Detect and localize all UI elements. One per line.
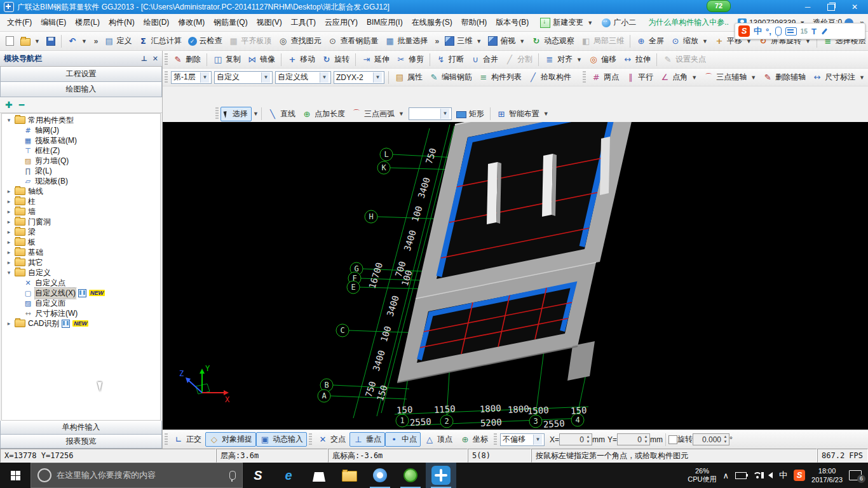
tree-item-17[interactable]: ✕自定义点 [2, 278, 160, 288]
expand-all-icon[interactable]: ✚ [5, 100, 13, 110]
close-panel-icon[interactable]: ✕ [153, 55, 158, 63]
project-settings-button[interactable]: 工程设置 [0, 67, 162, 82]
tree-item-2[interactable]: #轴网(J) [2, 125, 160, 135]
tree-item-9[interactable]: ▸柱 [2, 196, 160, 207]
tree-expand-icon[interactable]: ▸ [6, 208, 12, 215]
new-change-button[interactable]: 新建变更▼ [537, 16, 596, 29]
drawing-input-button[interactable]: 绘图输入 [0, 82, 162, 97]
find-element-button[interactable]: ◎查找图元 [275, 34, 325, 48]
vertex-snap-toggle[interactable]: △顶点 [421, 432, 456, 447]
battery-icon[interactable] [735, 472, 747, 479]
select-tool-button[interactable]: 选择 [220, 107, 252, 121]
ime-mode-chinese[interactable]: 中 [754, 25, 762, 37]
rectangle-tool-button[interactable]: 矩形 [453, 107, 487, 121]
start-button[interactable] [0, 463, 31, 488]
tree-item-5[interactable]: ▨剪力墙(Q) [2, 156, 160, 166]
assistant-button[interactable]: 广小二 [599, 16, 639, 29]
orbit-button[interactable]: ↻动态观察 [528, 34, 578, 48]
align-button[interactable]: ≣对齐▼ [541, 53, 585, 66]
batch-select-button[interactable]: ▦批量选择 [382, 34, 431, 48]
component-name-select[interactable]: ZDYX-2▼ [334, 71, 384, 84]
toolbar-grip[interactable] [494, 433, 497, 446]
define-button[interactable]: ▤定义 [101, 34, 135, 48]
tree-expand-icon[interactable]: ▸ [6, 229, 12, 235]
tree-item-4[interactable]: ⊤框柱(Z) [2, 146, 160, 156]
aux-axis-angle-button[interactable]: ∠点角▼ [656, 71, 700, 84]
save-button[interactable] [43, 36, 58, 47]
edit-rebar-button[interactable]: ✎编辑钢筋 [426, 71, 475, 84]
tree-item-15[interactable]: ▸其它 [2, 257, 160, 268]
single-component-input-button[interactable]: 单构件输入 [0, 421, 162, 435]
menu-item-14[interactable]: 版本号(B) [491, 15, 533, 30]
point-length-tool-button[interactable]: ⊕点加长度 [299, 107, 348, 121]
rotate-button[interactable]: ↻旋转 [318, 53, 353, 66]
menu-item-6[interactable]: 修改(M) [173, 15, 209, 30]
sogou-tray-icon[interactable]: S [794, 470, 805, 481]
tree-expand-icon[interactable]: ▸ [6, 198, 12, 205]
midpoint-snap-toggle[interactable]: •中点 [385, 432, 421, 447]
tray-expand-chevron[interactable]: ∧ [723, 471, 729, 480]
aux-axis-2pt-button[interactable]: #两点 [588, 71, 622, 84]
delete-button[interactable]: ✎删除 [170, 53, 204, 66]
view-top-button[interactable]: 俯视▼ [485, 34, 528, 48]
taskbar-search-box[interactable]: 在这里输入你要搜索的内容 [31, 463, 243, 488]
undo-button[interactable]: ↶▼ [64, 35, 90, 47]
menu-item-13[interactable]: 帮助(H) [457, 15, 492, 30]
microphone-icon[interactable] [775, 27, 782, 36]
tree-item-12[interactable]: ▸梁 [2, 227, 160, 237]
menu-item-4[interactable]: 构件(N) [104, 15, 139, 30]
fullscreen-button[interactable]: ⊕全屏 [633, 34, 667, 48]
chevron-down-icon[interactable]: ▼ [253, 111, 259, 117]
line-tool-button[interactable]: ╲直线 [264, 107, 299, 121]
extend-button[interactable]: ⇥延伸 [358, 53, 393, 66]
tree-item-13[interactable]: ▸板 [2, 237, 160, 247]
ortho-toggle[interactable]: ∟正交 [170, 432, 205, 447]
cloud-check-button[interactable]: ✓云检查 [185, 34, 226, 48]
sogou-logo-icon[interactable]: S [738, 25, 750, 37]
tree-item-3[interactable]: ▦筏板基础(M) [2, 135, 160, 146]
tree-item-8[interactable]: ▸轴线 [2, 186, 160, 196]
tree-item-6[interactable]: ∏梁(L) [2, 166, 160, 176]
pin-icon[interactable]: ⊥ [141, 55, 147, 63]
stretch-button[interactable]: ↔拉伸 [620, 53, 654, 66]
x-input[interactable]: 0▲▼ [559, 433, 592, 445]
tree-collapse-icon[interactable]: ▾ [6, 269, 12, 276]
collapse-all-icon[interactable]: ━ [19, 100, 24, 110]
green-notification-badge[interactable]: 72 [707, 0, 731, 12]
intersection-snap-toggle[interactable]: ✕交点 [314, 432, 349, 447]
speaker-icon[interactable] [768, 472, 773, 478]
merge-button[interactable]: ∪合并 [467, 53, 501, 66]
menu-item-9[interactable]: 工具(T) [287, 15, 320, 30]
tree-item-18[interactable]: ▢自定义线(X)NEW [2, 288, 160, 298]
person-badge-icon[interactable]: 15 [801, 28, 808, 35]
close-button[interactable]: ✕ [850, 3, 859, 11]
pick-component-button[interactable]: ╱拾取构件 [525, 71, 574, 84]
tree-collapse-icon[interactable]: ▾ [6, 117, 12, 123]
tree-expand-icon[interactable]: ▸ [6, 239, 12, 245]
restore-button[interactable] [827, 4, 835, 11]
menu-item-1[interactable]: 文件(F) [3, 15, 36, 30]
taskbar-edge-icon[interactable]: e [273, 463, 304, 488]
coordinate-snap-toggle[interactable]: ⊕坐标 [456, 432, 492, 447]
component-list-button[interactable]: ≡构件列表 [475, 71, 525, 84]
help-question-link[interactable]: 为什么单构件输入中参.. [648, 17, 729, 28]
tree-expand-icon[interactable]: ▸ [6, 249, 12, 255]
notification-center-icon[interactable]: 6 [849, 470, 862, 480]
tree-item-10[interactable]: ▸墙 [2, 207, 160, 217]
taskbar-browser-blue-icon[interactable] [365, 463, 395, 488]
open-file-button[interactable]: ▼ [17, 35, 43, 47]
properties-button[interactable]: ▤属性 [391, 71, 426, 84]
wifi-icon[interactable] [753, 472, 762, 478]
menu-item-11[interactable]: BIM应用(I) [362, 15, 407, 30]
y-input[interactable]: 0▲▼ [617, 433, 650, 445]
taskbar-explorer-icon[interactable] [334, 463, 365, 488]
aux-axis-parallel-button[interactable]: ∥平行 [622, 71, 656, 84]
view-rebar-button[interactable]: ⊙查看钢筋量 [325, 34, 382, 48]
tree-item-20[interactable]: ↔尺寸标注(W) [2, 308, 160, 318]
component-group-select[interactable]: 自定义▼ [214, 71, 273, 84]
arc-option-select[interactable]: ▼ [409, 107, 452, 120]
tree-item-21[interactable]: ▸CAD识别NEW [2, 318, 160, 329]
component-type-select[interactable]: 自定义线▼ [275, 71, 331, 84]
drawing-viewport[interactable]: LKHGFECBA1234750340010034007001001670034… [163, 122, 868, 430]
keyboard-icon[interactable] [785, 27, 797, 36]
